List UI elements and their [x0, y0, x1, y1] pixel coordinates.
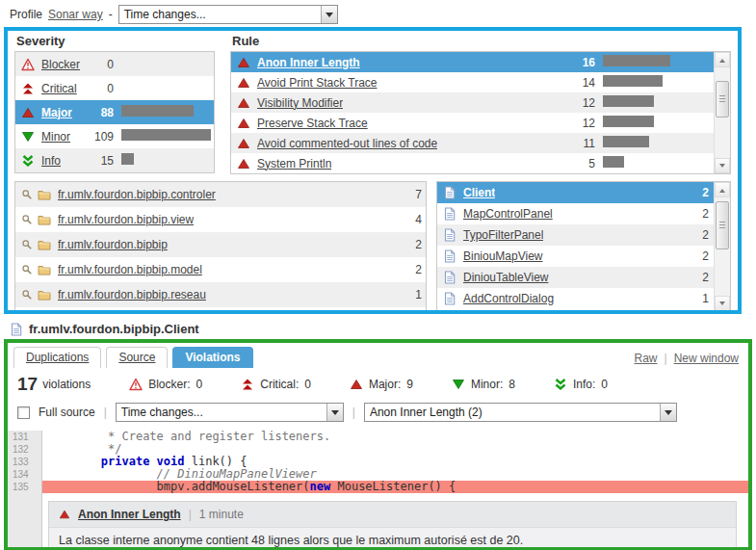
- rule-label[interactable]: Anon Inner Length: [257, 56, 360, 69]
- package-row[interactable]: fr.umlv.fourdon.bipbip.reseau 1: [15, 282, 426, 307]
- severity-row-major[interactable]: Major 88: [15, 100, 214, 124]
- time-changes-select[interactable]: Time changes...: [118, 5, 338, 24]
- file-row[interactable]: MapControlPanel 2: [437, 203, 730, 224]
- rule-label[interactable]: System Println: [257, 157, 331, 170]
- package-row[interactable]: fr.umlv.fourdon.bipbip.controler 7: [15, 182, 426, 207]
- severity-header: Severity: [14, 34, 215, 51]
- file-icon: [443, 271, 456, 284]
- scroll-down-icon: [719, 164, 725, 170]
- file-count: 2: [690, 207, 709, 221]
- file-row[interactable]: DiniouTableView 2: [437, 267, 730, 288]
- severity-label[interactable]: Critical: [41, 82, 77, 95]
- summary-count: 8: [508, 378, 515, 391]
- summary-count: 0: [304, 378, 311, 391]
- severity-row-minor[interactable]: Minor 109: [15, 124, 214, 148]
- file-row[interactable]: AddControlDialog 1: [437, 288, 730, 309]
- file-label[interactable]: TypoFilterPanel: [463, 228, 543, 242]
- summary-count: 0: [601, 378, 608, 391]
- rule-label[interactable]: Avoid commented-out lines of code: [257, 137, 437, 150]
- file-label[interactable]: Client: [463, 186, 495, 199]
- file-row[interactable]: TypoFilterPanel 2: [437, 224, 730, 246]
- scroll-up-button[interactable]: [715, 52, 730, 67]
- rule-row[interactable]: Avoid commented-out lines of code 11: [231, 133, 730, 153]
- severity-label[interactable]: Blocker: [41, 58, 80, 71]
- severity-row-blocker[interactable]: Blocker 0: [15, 52, 214, 76]
- combo-dropdown-button[interactable]: [321, 6, 337, 23]
- rule-filter-select[interactable]: Anon Inner Length (2): [364, 403, 677, 422]
- package-row[interactable]: fr.umlv.fourdon.bipbip.view 4: [15, 207, 426, 232]
- full-source-checkbox[interactable]: [17, 406, 30, 419]
- rule-label[interactable]: Avoid Print Stack Trace: [257, 76, 378, 90]
- file-list-scrollbar[interactable]: [714, 182, 730, 311]
- package-label[interactable]: fr.umlv.fourdon.bipbip: [58, 238, 168, 251]
- code-line: // DiniouMapPanelViewer: [42, 468, 748, 481]
- line-number: 133: [8, 456, 41, 468]
- magnifier-icon[interactable]: [21, 214, 33, 225]
- scroll-down-button[interactable]: [715, 296, 730, 311]
- package-label[interactable]: fr.umlv.fourdon.bipbip.model: [58, 263, 202, 276]
- severity-row-info[interactable]: Info 15: [15, 148, 214, 172]
- severity-label[interactable]: Major: [41, 106, 72, 119]
- file-label[interactable]: AddControlDialog: [463, 292, 554, 305]
- rule-list-scrollbar[interactable]: [714, 52, 730, 173]
- violation-detail-box: Anon Inner Length | 1 minute La classe i…: [48, 501, 737, 550]
- file-label[interactable]: MapControlPanel: [463, 207, 553, 221]
- violation-rule-link[interactable]: Anon Inner Length: [78, 508, 181, 521]
- file-label[interactable]: BiniouMapView: [463, 249, 543, 263]
- count-bar: [603, 136, 649, 147]
- tab-label: Violations: [185, 351, 240, 364]
- rule-label[interactable]: Visibility Modifier: [257, 96, 343, 110]
- major-icon: [237, 117, 250, 130]
- scroll-up-button[interactable]: [715, 182, 730, 197]
- rule-label[interactable]: Preserve Stack Trace: [257, 117, 368, 130]
- rule-list: Anon Inner Length 16 Avoid Print Stack T…: [230, 51, 731, 174]
- count-bar: [603, 116, 654, 127]
- resource-title: fr.umlv.fourdon.bipbip.Client: [10, 322, 756, 336]
- severity-label[interactable]: Minor: [41, 130, 70, 144]
- file-row[interactable]: Client 2: [437, 182, 730, 203]
- tab-source[interactable]: Source: [106, 347, 168, 368]
- package-label[interactable]: fr.umlv.fourdon.bipbip.controler: [58, 188, 216, 201]
- rule-header: Rule: [230, 34, 731, 51]
- package-label[interactable]: fr.umlv.fourdon.bipbip.view: [58, 213, 194, 226]
- rule-row[interactable]: Avoid Print Stack Trace 14: [231, 72, 730, 92]
- profile-name-link[interactable]: Sonar way: [48, 8, 103, 21]
- tab-violations[interactable]: Violations: [172, 347, 252, 368]
- time-filter-select[interactable]: Time changes...: [116, 403, 344, 422]
- magnifier-icon[interactable]: [21, 239, 33, 250]
- combo-dropdown-button[interactable]: [660, 404, 676, 421]
- major-icon: [237, 137, 250, 150]
- severity-row-critical[interactable]: Critical 0: [15, 76, 214, 100]
- profile-label: Profile: [10, 8, 42, 21]
- package-row[interactable]: fr.umlv.fourdon.bipbip 2: [15, 232, 426, 257]
- violation-separator: |: [189, 508, 192, 521]
- package-label[interactable]: fr.umlv.fourdon.bipbip.reseau: [58, 288, 206, 301]
- magnifier-icon[interactable]: [21, 264, 33, 275]
- rule-row[interactable]: Visibility Modifier 12: [231, 92, 730, 113]
- file-count: 2: [690, 271, 709, 284]
- magnifier-icon[interactable]: [21, 189, 33, 200]
- scroll-down-button[interactable]: [715, 158, 730, 173]
- scrollbar-thumb[interactable]: [716, 201, 729, 249]
- profile-dash: -: [109, 8, 113, 21]
- severity-label[interactable]: Info: [41, 154, 61, 168]
- tab-duplications[interactable]: Duplications: [13, 347, 101, 368]
- file-label[interactable]: DiniouTableView: [463, 271, 549, 284]
- file-row[interactable]: BiniouMapView 2: [437, 246, 730, 267]
- line-number: 135: [8, 481, 41, 493]
- summary-major: Major: 9: [350, 378, 413, 391]
- count-bar: [603, 156, 624, 168]
- rule-row[interactable]: Preserve Stack Trace 12: [231, 113, 730, 133]
- magnifier-icon[interactable]: [21, 289, 33, 301]
- severity-count: 0: [85, 58, 114, 71]
- scrollbar-thumb[interactable]: [716, 81, 729, 118]
- new-window-link[interactable]: New window: [674, 352, 739, 365]
- rule-row[interactable]: Anon Inner Length 16: [231, 52, 730, 72]
- filter-separator: |: [104, 406, 107, 419]
- package-row[interactable]: fr.umlv.fourdon.bipbip.model 2: [15, 257, 426, 282]
- source-code-viewer: 131 132 133 134 135 * Create and registe…: [8, 431, 748, 550]
- rule-row[interactable]: System Println 5: [231, 153, 730, 173]
- combo-dropdown-button[interactable]: [326, 404, 343, 421]
- file-count: 1: [690, 292, 709, 305]
- raw-link[interactable]: Raw: [635, 352, 658, 365]
